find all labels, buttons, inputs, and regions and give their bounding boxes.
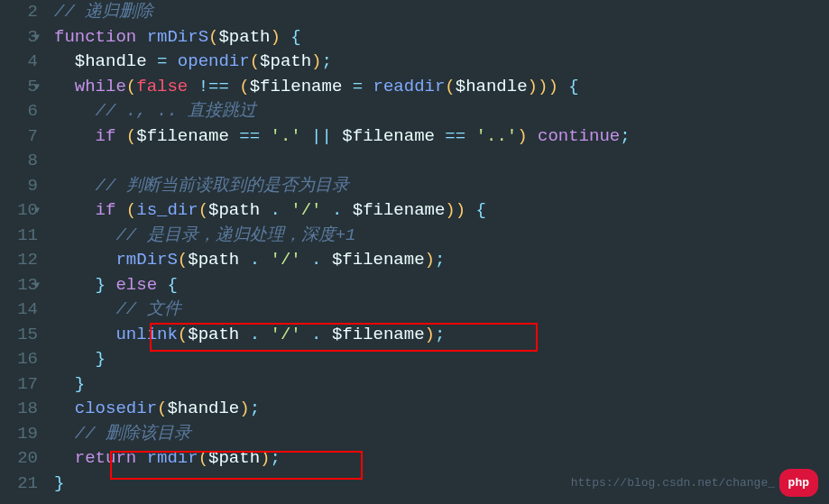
line-number: 4 [0, 50, 38, 75]
operator: == [445, 126, 465, 146]
comment-text: // 删除该目录 [75, 424, 191, 444]
paren: ) [445, 200, 455, 220]
code-line[interactable]: if (is_dir($path . '/' . $filename)) { [54, 198, 829, 224]
line-number: 21 [0, 472, 38, 497]
code-line[interactable]: while(false !== ($filename = readdir($ha… [54, 75, 829, 100]
brace: { [568, 77, 578, 96]
paren: ( [178, 325, 188, 344]
line-number-gutter: 2 3▼ 4 5▼ 6 7 8 9 10▼ 11 12 13▼ 14 15 16… [0, 0, 45, 496]
line-number: 16 [0, 347, 38, 372]
keyword: if [96, 200, 116, 220]
code-editor[interactable]: 2 3▼ 4 5▼ 6 7 8 9 10▼ 11 12 13▼ 14 15 16… [0, 0, 829, 496]
code-area[interactable]: // 递归删除 function rmDirS($path) { $handle… [45, 0, 829, 496]
builtin-fn: readdir [373, 77, 446, 96]
code-line[interactable]: rmDirS($path . '/' . $filename); [54, 248, 829, 273]
paren: ( [126, 77, 136, 96]
code-line[interactable]: $handle = opendir($path); [54, 50, 829, 75]
comment-text: // 文件 [115, 299, 180, 319]
paren: ) [517, 126, 527, 146]
operator: == [239, 126, 260, 146]
line-number: 18 [0, 397, 38, 422]
paren: ( [208, 27, 218, 47]
variable: $filename [136, 126, 229, 146]
fold-marker-icon[interactable]: ▼ [34, 75, 40, 100]
builtin-fn: rmdir [147, 448, 198, 468]
variable: $path [188, 250, 239, 270]
string: '/' [290, 200, 321, 220]
semicolon: ; [435, 325, 445, 344]
code-line[interactable]: // 删除该目录 [54, 422, 829, 447]
paren: ( [198, 448, 208, 468]
builtin-fn: opendir [178, 51, 250, 71]
paren: ) [425, 250, 435, 270]
operator: = [353, 77, 363, 96]
paren: ( [198, 200, 208, 220]
code-line[interactable]: closedir($handle); [54, 397, 829, 422]
code-line[interactable]: unlink($path . '/' . $filename); [54, 323, 829, 348]
line-number: 3▼ [0, 25, 38, 50]
paren: ( [157, 399, 167, 418]
paren: ( [126, 200, 136, 220]
code-line[interactable]: } else { [54, 273, 829, 298]
line-number: 5▼ [0, 75, 38, 100]
string: '.' [270, 126, 300, 146]
operator: . [250, 325, 260, 344]
code-line[interactable]: if ($filename == '.' || $filename == '..… [54, 124, 829, 150]
paren: ) [528, 77, 538, 96]
keyword: else [115, 275, 157, 295]
keyword: continue [538, 126, 620, 146]
string: '/' [270, 325, 300, 344]
fold-marker-icon[interactable]: ▼ [34, 198, 40, 224]
operator: . [332, 200, 342, 220]
line-number: 13▼ [0, 273, 38, 298]
code-line[interactable]: function rmDirS($path) { [54, 25, 829, 50]
comment-text: // 判断当前读取到的是否为目录 [96, 176, 349, 196]
variable: $handle [456, 77, 528, 96]
variable: $path [188, 325, 239, 344]
line-number: 14 [0, 298, 38, 323]
fold-marker-icon[interactable]: ▼ [34, 25, 40, 50]
paren: ) [270, 27, 280, 47]
code-line[interactable]: // 递归删除 [54, 0, 829, 25]
constant: false [136, 77, 188, 96]
function-call: rmDirS [115, 250, 177, 270]
brace: } [75, 374, 85, 394]
line-number: 19 [0, 422, 38, 447]
variable: $path [260, 51, 311, 71]
variable: $filename [353, 200, 446, 220]
line-number: 12 [0, 248, 38, 273]
code-line[interactable]: // 判断当前读取到的是否为目录 [54, 174, 829, 199]
code-line[interactable]: // ., .. 直接跳过 [54, 99, 829, 124]
line-number: 20 [0, 446, 38, 472]
variable: $filename [250, 77, 343, 96]
string: '/' [270, 250, 300, 270]
code-line[interactable]: } [54, 347, 829, 372]
operator: . [311, 250, 321, 270]
paren: ) [260, 448, 270, 468]
code-line[interactable]: // 文件 [54, 298, 829, 323]
code-line[interactable]: return rmdir($path); [54, 446, 829, 472]
brace: } [96, 349, 106, 369]
code-line[interactable]: // 是目录，递归处理，深度+1 [54, 224, 829, 249]
code-line[interactable] [54, 149, 829, 174]
brace: } [54, 473, 64, 493]
variable: $filename [332, 325, 425, 344]
line-number: 17 [0, 372, 38, 398]
fold-marker-icon[interactable]: ▼ [34, 273, 40, 298]
line-number: 6 [0, 99, 38, 124]
paren: ) [456, 200, 465, 220]
comment-text: // ., .. 直接跳过 [96, 101, 257, 121]
builtin-fn: closedir [75, 399, 157, 418]
line-number: 7 [0, 124, 38, 150]
variable: $handle [75, 51, 147, 71]
line-number: 9 [0, 174, 38, 199]
semicolon: ; [322, 51, 332, 71]
operator: . [311, 325, 321, 344]
line-number: 8 [0, 149, 38, 174]
paren: ) [239, 399, 249, 418]
paren: ( [250, 51, 260, 71]
brace: { [476, 200, 486, 220]
code-line[interactable]: } [54, 372, 829, 398]
line-number: 10▼ [0, 198, 38, 224]
variable: $filename [342, 126, 435, 146]
